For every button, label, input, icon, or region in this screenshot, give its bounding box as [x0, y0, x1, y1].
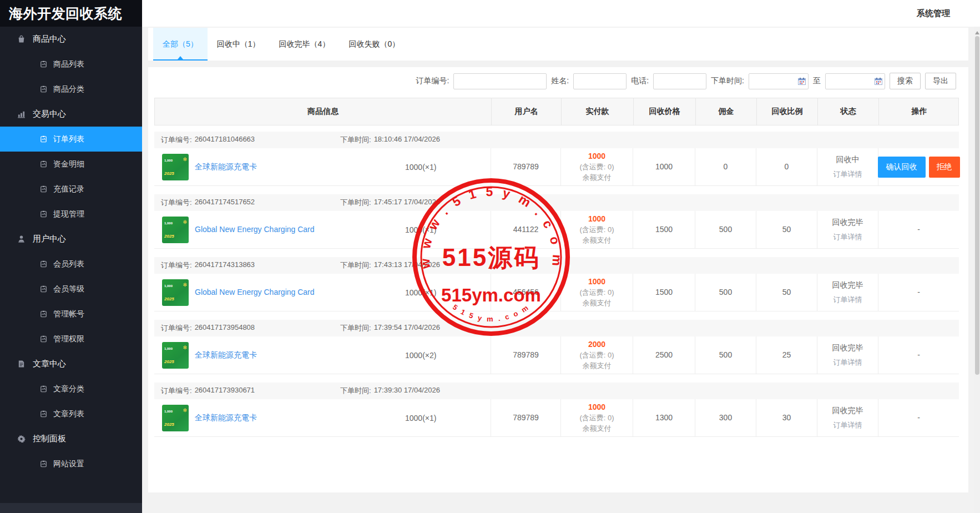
paid-amount: 1000 — [588, 402, 605, 413]
product-name-link[interactable]: 全球新能源充電卡 — [195, 162, 257, 172]
commission-cell: 0 — [695, 148, 756, 185]
order-detail-link[interactable]: 订单详情 — [833, 232, 862, 242]
no-action-placeholder: - — [917, 287, 920, 298]
paid-method: 余额支付 — [583, 235, 612, 245]
recycle-price-cell: 2500 — [633, 336, 695, 374]
column-header: 回收价格 — [633, 98, 695, 125]
sidebar-sub-item[interactable]: 提现管理 — [0, 202, 142, 227]
column-header: 状态 — [817, 98, 878, 125]
sidebar-sub-item[interactable]: 会员等级 — [0, 276, 142, 301]
username-cell: 789789 — [491, 148, 560, 185]
ratio-cell: 50 — [756, 274, 817, 311]
order-detail-link[interactable]: 订单详情 — [833, 294, 862, 305]
sidebar-group-item[interactable]: 文章中心 — [0, 351, 142, 376]
tab-failed[interactable]: 回收失败（0） — [339, 28, 409, 61]
order-group: 订单编号: 260417174313863 下单时间: 17:43:13 17/… — [154, 257, 959, 311]
sidebar-sub-item[interactable]: 网站设置 — [0, 451, 142, 476]
order-detail-link[interactable]: 订单详情 — [833, 169, 862, 179]
thumb-amount-text: 1,000 — [164, 155, 173, 166]
sidebar-sub-item[interactable]: 文章列表 — [0, 401, 142, 426]
sidebar-group-item[interactable]: 交易中心 — [0, 102, 142, 127]
order-detail-link[interactable]: 订单详情 — [833, 357, 862, 368]
star-icon: ✻ — [183, 280, 187, 290]
phone-input[interactable] — [653, 73, 706, 89]
recycle-price: 1300 — [655, 413, 673, 423]
column-header: 实付款 — [561, 98, 633, 125]
scrollbar-thumb[interactable] — [975, 36, 979, 375]
order-no: 260417174313863 — [195, 260, 255, 270]
recycle-ratio: 30 — [782, 413, 791, 423]
paid-cell: 2000 (含运费: 0) 余额支付 — [560, 336, 633, 374]
ratio-cell: 30 — [756, 399, 817, 436]
sidebar-sub-item[interactable]: 管理权限 — [0, 326, 142, 351]
thumb-year-text: 2025 — [164, 294, 174, 304]
product-image[interactable]: 1,000 ✻ 2025 — [162, 279, 189, 306]
column-header: 佣金 — [695, 98, 756, 125]
commission: 500 — [719, 224, 732, 235]
tab-recycling[interactable]: 回收中（1） — [208, 28, 270, 61]
list-icon — [40, 310, 47, 318]
product-image[interactable]: 1,000 ✻ 2025 — [162, 342, 189, 369]
order-time: 17:45:17 17/04/2026 — [374, 198, 440, 208]
commission: 0 — [724, 162, 728, 172]
product-name-link[interactable]: 全球新能源充電卡 — [195, 413, 257, 423]
recycle-price-cell: 1500 — [633, 274, 695, 311]
order-info-bar: 订单编号: 260417173930671 下单时间: 17:39:30 17/… — [154, 383, 959, 399]
paid-cell: 1000 (含运费: 0) 余额支付 — [560, 211, 633, 248]
sidebar-group-item[interactable]: 商品中心 — [0, 27, 142, 52]
status-text: 回收完毕 — [832, 405, 863, 416]
sidebar-sub-item[interactable]: 资金明细 — [0, 152, 142, 177]
order-no-label: 订单编号: — [161, 260, 192, 270]
paid-shipping-note: (含运费: 0) — [579, 162, 614, 172]
order-detail-link[interactable]: 订单详情 — [833, 420, 862, 430]
product-name-link[interactable]: 全球新能源充電卡 — [195, 350, 257, 360]
vertical-scrollbar[interactable] — [974, 27, 980, 513]
sidebar-group-item[interactable]: 控制面板 — [0, 426, 142, 451]
reject-button[interactable]: 拒绝 — [929, 157, 960, 178]
sidebar-sub-item[interactable]: 充值记录 — [0, 177, 142, 202]
tab-done[interactable]: 回收完毕（4） — [270, 28, 340, 61]
scroll-up-arrow-icon[interactable] — [975, 29, 979, 34]
username: 789789 — [513, 413, 539, 423]
orders-body: 订单编号: 260417181046663 下单时间: 18:10:46 17/… — [154, 132, 959, 437]
search-button[interactable]: 搜索 — [890, 73, 921, 89]
paid-amount: 2000 — [588, 339, 605, 350]
order-no-input[interactable] — [453, 73, 547, 89]
name-input[interactable] — [573, 73, 627, 89]
calendar-icon[interactable] — [798, 78, 806, 85]
product-image[interactable]: 1,000 ✻ 2025 — [162, 217, 189, 243]
paid-amount: 1000 — [588, 276, 605, 287]
recycle-price: 2500 — [655, 350, 673, 360]
tab-label: 全部（5） — [163, 39, 198, 48]
sidebar-item-label: 会员等级 — [53, 284, 84, 294]
commission: 500 — [719, 287, 732, 298]
sidebar-item-label: 文章列表 — [53, 409, 84, 419]
product-name-link[interactable]: Global New Energy Charging Card — [195, 287, 315, 298]
export-button[interactable]: 导出 — [925, 73, 956, 89]
sidebar-item-label: 充值记录 — [53, 184, 84, 194]
thumb-amount-text: 1,000 — [164, 406, 173, 417]
sidebar-group-item[interactable]: 用户中心 — [0, 227, 142, 252]
sidebar-sub-item[interactable]: 商品列表 — [0, 52, 142, 77]
status-cell: 回收完毕 订单详情 — [817, 399, 878, 436]
calendar-icon[interactable] — [875, 78, 882, 85]
tab-all[interactable]: 全部（5） — [153, 28, 208, 61]
sidebar-sub-item[interactable]: 管理帐号 — [0, 301, 142, 326]
sidebar-item-label: 用户中心 — [33, 234, 66, 244]
system-admin-menu[interactable]: 系统管理 — [917, 0, 950, 27]
sidebar-sub-item[interactable]: 商品分类 — [0, 77, 142, 102]
star-icon: ✻ — [183, 343, 187, 353]
recycle-price: 1500 — [655, 224, 673, 235]
product-name-link[interactable]: Global New Energy Charging Card — [195, 224, 315, 235]
product-image[interactable]: 1,000 ✻ 2025 — [162, 405, 189, 431]
product-image[interactable]: 1,000 ✻ 2025 — [162, 154, 189, 180]
phone-filter-label: 电话: — [631, 76, 649, 86]
sidebar-item-label: 资金明细 — [53, 159, 84, 169]
confirm-recycle-button[interactable]: 确认回收 — [878, 157, 926, 178]
list-icon — [40, 61, 47, 68]
sidebar-sub-item[interactable]: 会员列表 — [0, 252, 142, 276]
recycle-price: 1000 — [655, 162, 673, 172]
sidebar-sub-item[interactable]: 文章分类 — [0, 376, 142, 401]
order-info-bar: 订单编号: 260417174517652 下单时间: 17:45:17 17/… — [154, 194, 959, 211]
sidebar-sub-item[interactable]: 订单列表 — [0, 127, 142, 152]
